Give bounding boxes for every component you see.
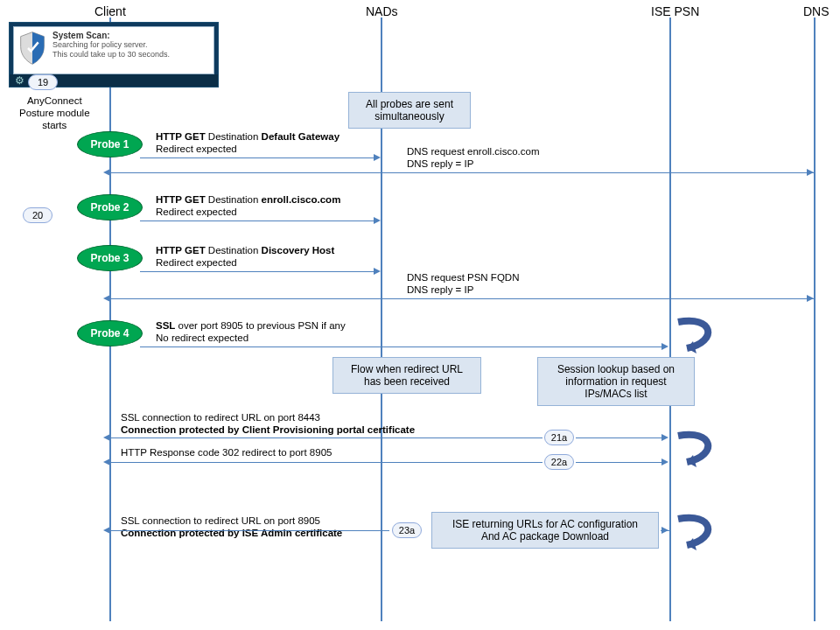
arrow-22a-al (103, 458, 110, 466)
ssl-8905-msg: SSL connection to redirect URL on port 8… (121, 514, 342, 539)
shield-icon (18, 31, 47, 66)
arrow-23a-a (109, 530, 389, 531)
step-20-badge: 20 (23, 207, 52, 223)
arrow-p4-head (662, 343, 668, 350)
arrow-dns-enroll-l (103, 169, 110, 176)
note-simultaneous: All probes are sent simultaneously (348, 92, 471, 129)
arrow-p1 (140, 158, 374, 158)
probe4-msg: SSL over port 8905 to previous PSN if an… (156, 319, 346, 344)
arrow-22a-a (109, 462, 542, 463)
arrow-dns-enroll-r (807, 169, 814, 176)
probe-3: Probe 3 (77, 245, 143, 271)
lifeline-dns (814, 18, 816, 621)
self-arrow-3 (674, 512, 722, 551)
step-23a-badge: 23a (392, 522, 422, 538)
note-flow: Flow when redirect URL has been received (332, 357, 481, 394)
dns-enroll-msg: DNS request enroll.cisco.comDNS reply = … (407, 145, 539, 170)
note-session: Session lookup based on information in r… (537, 357, 695, 406)
anyconnect-starts-label: AnyConnect Posture module starts (19, 94, 90, 131)
ssl-8443-msg: SSL connection to redirect URL on port 8… (121, 411, 415, 436)
arrow-dns-fqdn-r (807, 295, 814, 302)
actor-psn: ISE PSN (651, 4, 699, 18)
step-22a-badge: 22a (544, 454, 574, 470)
arrow-dns-enroll (109, 172, 814, 173)
probe-1: Probe 1 (77, 131, 143, 158)
actor-nad: NADs (366, 4, 398, 18)
arrow-p2 (140, 220, 374, 221)
step-21a-badge: 21a (544, 430, 574, 445)
arrow-p2-head (374, 217, 381, 224)
arrow-dns-fqdn (109, 298, 814, 299)
probe3-msg: HTTP GET Destination Discovery Host Redi… (156, 244, 334, 269)
arrow-p1-head (374, 154, 381, 161)
scan-title: System Scan: (52, 31, 170, 40)
actor-client: Client (94, 4, 126, 18)
arrow-22a-br (662, 458, 668, 466)
lifeline-psn (669, 18, 671, 621)
arrow-p3 (140, 271, 374, 272)
arrow-p3-head (374, 268, 381, 275)
arrow-p4 (140, 346, 667, 347)
arrow-22a-b (576, 462, 667, 463)
arrow-23a-br (662, 527, 668, 534)
probe1-msg: HTTP GET Destination Default Gateway Red… (156, 130, 340, 155)
gear-icon: ⚙ (15, 74, 24, 87)
scan-line2: This could take up to 30 seconds. (52, 50, 170, 60)
self-arrow-1 (674, 315, 722, 354)
arrow-21a-br (662, 434, 668, 441)
scan-line1: Searching for policy server. (52, 40, 170, 50)
step-19-badge: 19 (28, 74, 58, 90)
arrow-21a-a (109, 438, 542, 438)
actor-dns: DNS (803, 4, 830, 18)
arrow-21a-b (576, 438, 667, 438)
note-urls: ISE returning URLs for AC configuration … (431, 512, 659, 549)
probe2-msg: HTTP GET Destination enroll.cisco.com Re… (156, 193, 340, 218)
self-arrow-2 (674, 429, 722, 468)
arrow-dns-fqdn-l (103, 295, 110, 302)
dns-fqdn-msg: DNS request PSN FQDNDNS reply = IP (407, 271, 519, 296)
probe-2: Probe 2 (77, 194, 143, 220)
arrow-21a-al (103, 434, 110, 441)
http-302-msg: HTTP Response code 302 redirect to port … (121, 446, 332, 458)
arrow-23a-al (103, 527, 110, 534)
probe-4: Probe 4 (77, 320, 143, 346)
